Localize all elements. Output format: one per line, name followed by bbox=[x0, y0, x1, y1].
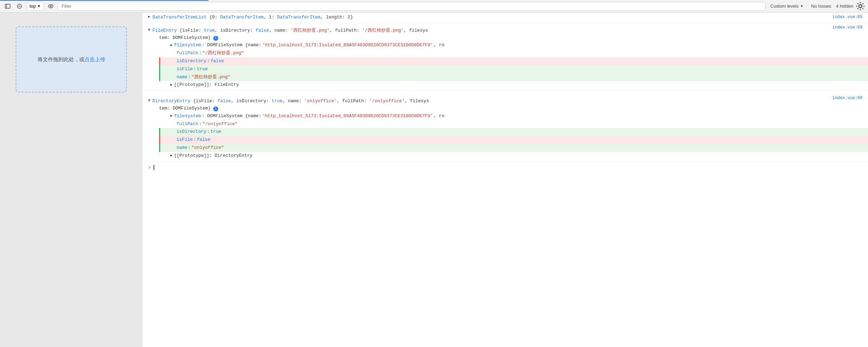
upload-text: 将文件拖到此处，或点击上传 bbox=[38, 56, 105, 63]
custom-levels-label: Custom levels bbox=[770, 3, 799, 9]
info-icon-1[interactable]: i bbox=[213, 36, 218, 41]
entry3-content: DirectoryEntry {isFile: false, isDirecto… bbox=[153, 98, 429, 105]
custom-levels-button[interactable]: Custom levels ▼ bbox=[768, 2, 806, 11]
settings-button[interactable] bbox=[855, 1, 865, 11]
devtools-toolbar: top ▼ Custom levels ▼ No Issues 4 hidden bbox=[0, 0, 868, 13]
upload-link[interactable]: 点击上传 bbox=[84, 56, 105, 62]
svg-point-5 bbox=[859, 5, 862, 8]
entry3-name: name: "onlyoffice" bbox=[159, 144, 868, 152]
expand-prototype-1[interactable] bbox=[170, 82, 173, 88]
entry3-header: DirectoryEntry {isFile: false, isDirecto… bbox=[148, 98, 868, 105]
file-ref-2[interactable]: index.vue:69 bbox=[833, 24, 862, 31]
entry1-header: DataTransferItemList {0: DataTransferIte… bbox=[148, 14, 868, 21]
context-dropdown-icon: ▼ bbox=[37, 4, 41, 8]
cursor bbox=[154, 165, 154, 170]
expand-prototype-2[interactable] bbox=[170, 153, 173, 159]
entry2-fullpath: fullPath: "/西红柿炒蛋.png" bbox=[159, 49, 868, 57]
custom-levels-icon: ▼ bbox=[800, 4, 803, 8]
hidden-count-container: 4 hidden bbox=[836, 3, 853, 9]
entry3-prototype: [[Prototype]]: DirectoryEntry bbox=[159, 152, 868, 160]
prompt-icon: > bbox=[148, 164, 151, 171]
svg-point-4 bbox=[50, 6, 51, 7]
console-entry-fileentry: FileEntry {isFile: true, isDirectory: fa… bbox=[142, 23, 868, 91]
entry3-expanded: filesystem: DOMFileSystem {name: 'http_l… bbox=[148, 112, 868, 160]
console-entry-datatransfer: DataTransferItemList {0: DataTransferIte… bbox=[142, 13, 868, 23]
expand-arrow-2[interactable] bbox=[148, 27, 150, 33]
entry2-header: FileEntry {isFile: true, isDirectory: fa… bbox=[148, 27, 868, 34]
context-selector[interactable]: top ▼ bbox=[26, 2, 44, 11]
entry3-filesystem: filesystem: DOMFileSystem {name: 'http_l… bbox=[159, 112, 868, 120]
entry2-content: FileEntry {isFile: true, isDirectory: fa… bbox=[153, 27, 428, 34]
main-area: 将文件拖到此处，或点击上传 DataTransferItemList {0: D… bbox=[0, 13, 868, 347]
hidden-count-text: 4 hidden bbox=[836, 3, 853, 9]
console-panel[interactable]: DataTransferItemList {0: DataTransferIte… bbox=[142, 13, 868, 347]
entry3-second-line: tem: DOMFileSystem} i bbox=[148, 105, 868, 112]
left-panel: 将文件拖到此处，或点击上传 bbox=[0, 13, 142, 347]
entry1-content: DataTransferItemList {0: DataTransferIte… bbox=[153, 14, 353, 21]
entry2-second-line: tem: DOMFileSystem} i bbox=[148, 34, 868, 42]
progress-line bbox=[0, 0, 208, 1]
context-value: top bbox=[30, 3, 36, 9]
console-input-line: > bbox=[142, 162, 868, 174]
svg-rect-0 bbox=[5, 4, 10, 8]
eye-button[interactable] bbox=[46, 1, 56, 11]
no-entry-button[interactable] bbox=[15, 1, 24, 11]
expand-arrow-3[interactable] bbox=[148, 98, 150, 104]
upload-area[interactable]: 将文件拖到此处，或点击上传 bbox=[16, 26, 127, 92]
expand-arrow-1[interactable] bbox=[148, 14, 150, 20]
entry2-filesystem: filesystem: DOMFileSystem {name: 'http_l… bbox=[159, 41, 868, 49]
entry3-isdirectory: isDirectory: true bbox=[159, 128, 868, 136]
expand-filesystem-1[interactable] bbox=[170, 42, 173, 49]
sidebar-toggle-button[interactable] bbox=[3, 1, 13, 11]
entry3-fullpath: fullPath: "/onlyoffice" bbox=[159, 120, 868, 128]
file-ref-3[interactable]: index.vue:69 bbox=[833, 95, 862, 102]
no-issues-badge: No Issues bbox=[808, 3, 834, 9]
entry2-prototype: [[Prototype]]: FileEntry bbox=[159, 81, 868, 89]
entry2-expanded: filesystem: DOMFileSystem {name: 'http_l… bbox=[148, 41, 868, 89]
filter-input[interactable] bbox=[58, 2, 765, 11]
entry3-isfile: isFile: false bbox=[159, 136, 868, 144]
entry2-isfile: isFile: true bbox=[159, 65, 868, 73]
info-icon-2[interactable]: i bbox=[213, 106, 218, 111]
entry2-name: name: "西红柿炒蛋.png" bbox=[159, 73, 868, 81]
file-ref-1[interactable]: index.vue:65 bbox=[833, 14, 862, 21]
expand-filesystem-2[interactable] bbox=[170, 113, 173, 119]
entry2-isdirectory: isDirectory: false bbox=[159, 57, 868, 65]
console-entry-direntry: DirectoryEntry {isFile: false, isDirecto… bbox=[142, 94, 868, 161]
